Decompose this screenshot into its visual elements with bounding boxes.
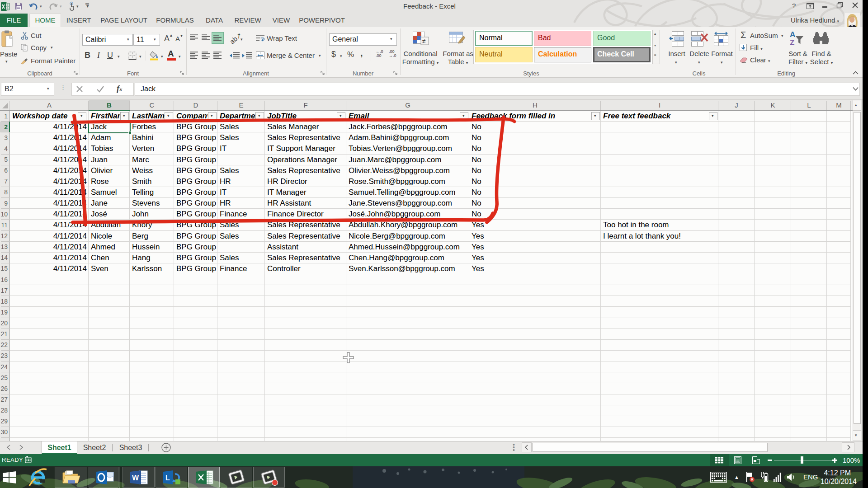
svg-text:W: W [132, 474, 139, 482]
svg-text:A: A [790, 30, 795, 39]
svg-text:L: L [165, 474, 170, 482]
svg-text:Z: Z [790, 38, 794, 47]
